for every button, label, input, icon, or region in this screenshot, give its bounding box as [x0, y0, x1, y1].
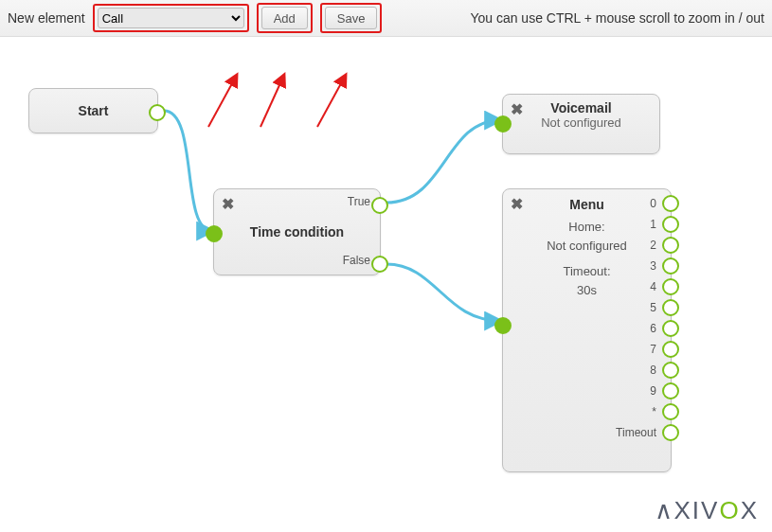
menu-port-label: 8 [611, 364, 656, 377]
close-icon[interactable]: ✖ [511, 100, 523, 118]
menu-port-row: 2 [611, 239, 679, 252]
highlight-add: Add [257, 3, 313, 33]
svg-line-0 [208, 75, 237, 127]
menu-port-row: 8 [611, 364, 679, 377]
menu-port-row: 9 [611, 384, 679, 398]
brand-logo: ∧XIVOX [655, 496, 760, 525]
port-time-true[interactable] [371, 197, 388, 214]
menu-output-ports: 0123456789*Timeout [611, 197, 679, 439]
menu-port-row: * [611, 405, 679, 418]
node-menu[interactable]: ✖ Menu Home: Not configured Timeout: 30s… [502, 188, 672, 472]
node-voicemail[interactable]: ✖ Voicemail Not configured [502, 94, 660, 154]
port-menu-out-*[interactable] [662, 403, 679, 420]
highlight-select: Call [93, 4, 249, 32]
port-time-false-label: False [343, 254, 370, 267]
menu-port-label: 0 [611, 197, 656, 210]
menu-port-row: Timeout [611, 426, 679, 439]
dialplan-canvas[interactable]: Start ✖ Time condition True False ✖ Voic… [0, 37, 772, 532]
node-time-title: Time condition [250, 224, 344, 239]
save-button[interactable]: Save [325, 7, 378, 29]
port-voicemail-in[interactable] [494, 115, 512, 133]
menu-port-label: 6 [611, 322, 656, 335]
port-menu-out-9[interactable] [662, 382, 679, 399]
port-menu-out-8[interactable] [662, 362, 679, 379]
port-menu-out-0[interactable] [662, 195, 679, 212]
menu-port-label: 4 [611, 280, 656, 293]
port-menu-out-Timeout[interactable] [662, 424, 679, 441]
menu-port-label: 5 [611, 301, 656, 314]
highlight-save: Save [320, 3, 383, 33]
node-voicemail-title: Voicemail [503, 100, 659, 115]
toolbar: New element Call Add Save You can use CT… [0, 0, 772, 37]
brand-a: ∧XI [655, 496, 702, 524]
menu-port-row: 6 [611, 322, 679, 335]
port-time-in[interactable] [206, 225, 223, 242]
menu-port-row: 7 [611, 343, 679, 356]
port-time-true-label: True [348, 195, 370, 208]
menu-port-label: Timeout [611, 426, 656, 439]
menu-port-label: 2 [611, 239, 656, 252]
menu-port-row: 0 [611, 197, 679, 210]
close-icon[interactable]: ✖ [511, 195, 523, 213]
new-element-select[interactable]: Call [98, 8, 244, 28]
port-menu-out-7[interactable] [662, 341, 679, 358]
menu-port-label: 3 [611, 259, 656, 273]
svg-line-2 [317, 75, 346, 127]
close-icon[interactable]: ✖ [222, 195, 234, 213]
menu-port-row: 4 [611, 280, 679, 293]
menu-port-label: 7 [611, 343, 656, 356]
menu-port-row: 1 [611, 218, 679, 231]
port-menu-out-6[interactable] [662, 320, 679, 337]
menu-port-label: 1 [611, 218, 656, 231]
node-time-condition[interactable]: ✖ Time condition True False [213, 188, 381, 275]
port-start-out[interactable] [149, 104, 166, 121]
port-menu-out-2[interactable] [662, 237, 679, 254]
port-menu-in[interactable] [494, 317, 512, 334]
add-button[interactable]: Add [261, 7, 308, 29]
svg-line-1 [260, 75, 284, 127]
port-menu-out-4[interactable] [662, 278, 679, 295]
zoom-hint: You can use CTRL + mouse scroll to zoom … [470, 10, 764, 26]
node-voicemail-status: Not configured [503, 115, 659, 130]
menu-port-label: 9 [611, 384, 656, 398]
menu-port-label: * [611, 405, 656, 418]
port-time-false[interactable] [371, 256, 388, 273]
node-start[interactable]: Start [28, 88, 158, 133]
port-menu-out-5[interactable] [662, 299, 679, 316]
port-menu-out-1[interactable] [662, 216, 679, 233]
menu-port-row: 5 [611, 301, 679, 314]
node-start-title: Start [79, 103, 109, 118]
menu-port-row: 3 [611, 259, 679, 273]
port-menu-out-3[interactable] [662, 257, 679, 275]
new-element-label: New element [8, 10, 85, 26]
